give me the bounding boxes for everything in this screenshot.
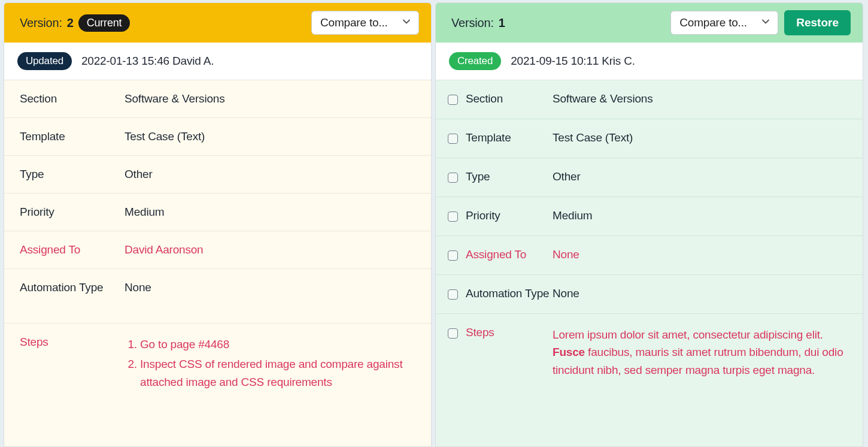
field-row-priority: Priority Medium bbox=[4, 194, 431, 231]
field-row-assigned-to: Assigned To David Aaronson bbox=[4, 231, 431, 269]
compare-to-label: Compare to... bbox=[679, 16, 747, 29]
field-value: None bbox=[553, 248, 847, 261]
steps-text-post: faucibus, mauris sit amet rutrum bibendu… bbox=[553, 346, 843, 376]
steps-text-pre: Lorem ipsum dolor sit amet, consectetur … bbox=[553, 328, 823, 341]
version-block-right: Version:1 bbox=[451, 16, 505, 30]
field-row-automation-type: Automation Type None bbox=[436, 275, 863, 314]
field-label: Priority bbox=[466, 209, 553, 222]
panel-header-left: Version:2 Current Compare to... bbox=[4, 3, 431, 43]
field-row-priority: Priority Medium bbox=[436, 197, 863, 236]
status-badge-updated: Updated bbox=[17, 52, 72, 70]
status-badge-created: Created bbox=[449, 52, 501, 70]
version-label: Version: bbox=[451, 16, 494, 30]
fields-right: Section Software & Versions Template Tes… bbox=[436, 80, 863, 446]
field-value: Other bbox=[125, 168, 415, 181]
field-label: Assigned To bbox=[466, 248, 553, 261]
version-number: 1 bbox=[499, 16, 505, 30]
field-value-steps: Lorem ipsum dolor sit amet, consectetur … bbox=[553, 326, 847, 379]
field-value: Medium bbox=[125, 206, 415, 219]
steps-list: Go to page #4468 Inspect CSS of rendered… bbox=[125, 336, 415, 391]
restore-field-checkbox[interactable] bbox=[448, 289, 458, 300]
step-item: Go to page #4468 bbox=[140, 336, 415, 353]
field-value: Software & Versions bbox=[125, 92, 415, 105]
restore-field-checkbox[interactable] bbox=[448, 250, 458, 261]
panel-header-right: Version:1 Compare to... Restore bbox=[436, 3, 863, 43]
version-panel-left: Version:2 Current Compare to... Updated … bbox=[4, 2, 432, 447]
field-label: Type bbox=[20, 168, 125, 181]
restore-field-checkbox[interactable] bbox=[448, 212, 458, 222]
field-row-template: Template Test Case (Text) bbox=[4, 118, 431, 156]
field-label: Assigned To bbox=[20, 243, 125, 256]
restore-field-checkbox[interactable] bbox=[448, 134, 458, 144]
field-value: Test Case (Text) bbox=[125, 130, 415, 143]
chevron-down-icon bbox=[761, 16, 770, 29]
field-label: Template bbox=[466, 131, 553, 144]
field-row-section: Section Software & Versions bbox=[4, 80, 431, 118]
field-label: Section bbox=[20, 92, 125, 105]
field-value: Test Case (Text) bbox=[553, 131, 847, 144]
field-row-steps: Steps Go to page #4468 Inspect CSS of re… bbox=[4, 324, 431, 405]
field-value: Software & Versions bbox=[553, 92, 847, 105]
field-label: Type bbox=[466, 170, 553, 183]
field-value: David Aaronson bbox=[125, 243, 415, 256]
field-value: Medium bbox=[553, 209, 847, 222]
field-row-steps: Steps Lorem ipsum dolor sit amet, consec… bbox=[436, 314, 863, 391]
field-label: Section bbox=[466, 92, 553, 105]
field-row-assigned-to: Assigned To None bbox=[436, 236, 863, 275]
field-value: None bbox=[553, 287, 847, 300]
current-pill: Current bbox=[78, 14, 130, 32]
meta-text-left: 2022-01-13 15:46 David A. bbox=[81, 55, 214, 68]
field-label: Steps bbox=[466, 326, 553, 339]
field-row-section: Section Software & Versions bbox=[436, 80, 863, 119]
field-value-steps: Go to page #4468 Inspect CSS of rendered… bbox=[125, 336, 415, 393]
field-label: Steps bbox=[20, 336, 125, 349]
meta-row-left: Updated 2022-01-13 15:46 David A. bbox=[4, 43, 431, 80]
field-row-template: Template Test Case (Text) bbox=[436, 119, 863, 158]
compare-to-label: Compare to... bbox=[320, 16, 388, 29]
compare-to-select-left[interactable]: Compare to... bbox=[311, 11, 419, 35]
meta-text-right: 2021-09-15 10:11 Kris C. bbox=[511, 55, 635, 68]
version-label: Version: bbox=[20, 16, 62, 30]
steps-text-bold: Fusce bbox=[553, 346, 585, 358]
field-label: Automation Type bbox=[20, 281, 125, 294]
restore-field-checkbox[interactable] bbox=[448, 95, 458, 105]
step-item: Inspect CSS of rendered image and compar… bbox=[140, 355, 415, 391]
meta-row-right: Created 2021-09-15 10:11 Kris C. bbox=[436, 43, 863, 80]
field-label: Automation Type bbox=[466, 287, 553, 300]
fields-left: Section Software & Versions Template Tes… bbox=[4, 80, 431, 446]
field-label: Priority bbox=[20, 206, 125, 219]
restore-button[interactable]: Restore bbox=[784, 10, 851, 35]
version-number: 2 bbox=[67, 16, 74, 30]
field-row-type: Type Other bbox=[4, 156, 431, 194]
field-value: None bbox=[125, 281, 415, 294]
chevron-down-icon bbox=[402, 16, 411, 29]
field-value: Other bbox=[553, 170, 847, 183]
version-block-left: Version:2 Current bbox=[20, 14, 130, 32]
field-row-type: Type Other bbox=[436, 158, 863, 197]
restore-field-checkbox[interactable] bbox=[448, 328, 458, 339]
compare-to-select-right[interactable]: Compare to... bbox=[670, 11, 778, 35]
restore-field-checkbox[interactable] bbox=[448, 173, 458, 183]
field-row-automation-type: Automation Type None bbox=[4, 269, 431, 324]
field-label: Template bbox=[20, 130, 125, 143]
version-panel-right: Version:1 Compare to... Restore Created … bbox=[435, 2, 863, 447]
